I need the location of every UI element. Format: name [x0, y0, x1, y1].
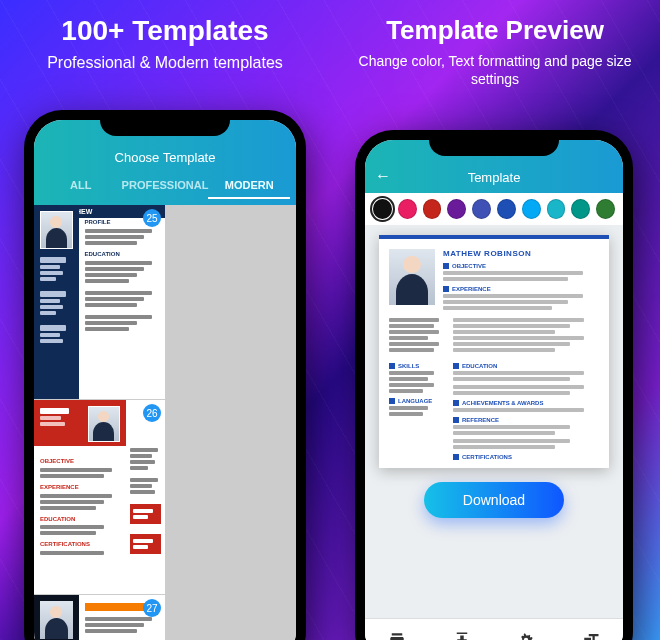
template-number-badge: 26	[143, 404, 161, 422]
print-icon[interactable]	[365, 619, 430, 640]
tab-all[interactable]: ALL	[40, 173, 122, 199]
color-swatch[interactable]	[571, 199, 590, 219]
color-swatch[interactable]	[472, 199, 491, 219]
template-card[interactable]: 27	[34, 595, 165, 640]
tab-modern[interactable]: MODERN	[208, 173, 290, 199]
color-swatch[interactable]	[522, 199, 541, 219]
color-swatches	[365, 193, 623, 225]
back-icon[interactable]: ←	[375, 167, 391, 185]
template-grid: 25 JOHN MATHEW PROFIL	[34, 205, 296, 640]
template-tabs: ALL PROFESSIONAL MODERN	[34, 173, 296, 205]
resume-preview[interactable]: MATHEW ROBINSON OBJECTIVE EXPERIENCE	[379, 235, 609, 468]
left-subtitle: Professional & Modern templates	[47, 53, 283, 74]
resume-name: MATHEW ROBINSON	[443, 249, 599, 258]
left-phone-frame: Choose Template ALL PROFESSIONAL MODERN …	[24, 110, 306, 640]
tab-professional[interactable]: PROFESSIONAL	[122, 173, 209, 199]
appbar-label: Template	[468, 170, 521, 185]
color-swatch[interactable]	[447, 199, 466, 219]
color-swatch[interactable]	[497, 199, 516, 219]
left-headline: 100+ Templates	[61, 15, 268, 47]
color-swatch[interactable]	[373, 199, 392, 219]
color-swatch[interactable]	[423, 199, 442, 219]
download-icon[interactable]	[430, 619, 495, 640]
color-swatch[interactable]	[596, 199, 615, 219]
settings-icon[interactable]	[494, 619, 559, 640]
color-swatch[interactable]	[398, 199, 417, 219]
download-button[interactable]: Download	[424, 482, 564, 518]
right-phone-frame: ← Template MATHEW ROBINSON OBJECTIVE EXP…	[355, 130, 633, 640]
color-swatch[interactable]	[547, 199, 566, 219]
right-subtitle: Change color, Text formatting and page s…	[345, 52, 645, 88]
template-card[interactable]: 25 JOHN MATHEW PROFIL	[34, 205, 165, 399]
template-number-badge: 27	[143, 599, 161, 617]
avatar	[389, 249, 435, 305]
template-number-badge: 25	[143, 209, 161, 227]
text-size-icon[interactable]	[559, 619, 624, 640]
template-card[interactable]: 26 OBJE	[34, 400, 165, 594]
bottom-toolbar	[365, 618, 623, 640]
right-headline: Template Preview	[386, 15, 604, 46]
